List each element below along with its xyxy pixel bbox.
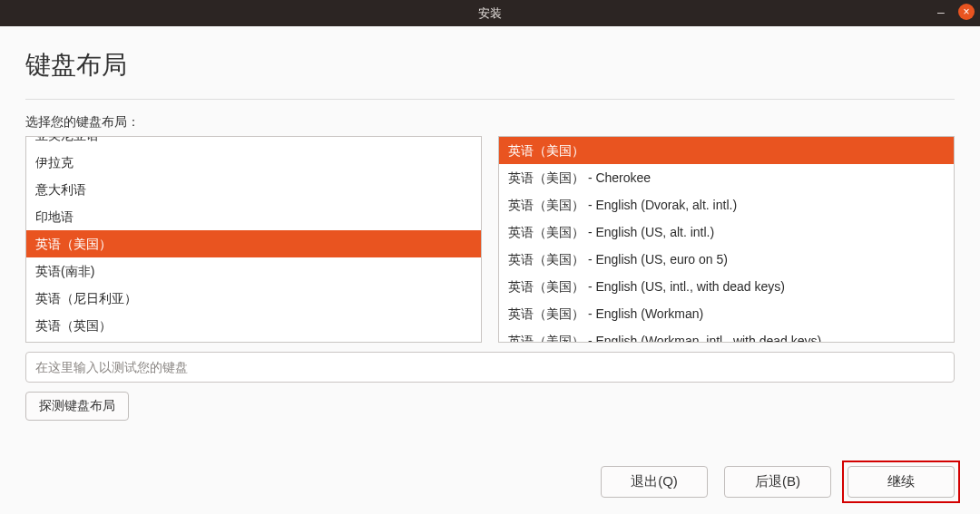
continue-button[interactable]: 继续	[848, 466, 955, 498]
list-item[interactable]: 英语（尼日利亚）	[26, 285, 481, 312]
quit-button[interactable]: 退出(Q)	[601, 466, 708, 498]
titlebar: 安装 – ×	[0, 0, 980, 26]
close-icon[interactable]: ×	[958, 4, 975, 20]
window-controls: – ×	[933, 4, 975, 20]
list-item[interactable]: 英语（美国） - Cherokee	[499, 164, 954, 191]
back-button[interactable]: 后退(B)	[724, 466, 831, 498]
variant-list[interactable]: 英语（美国）英语（美国） - Cherokee英语（美国） - English …	[498, 136, 955, 343]
footer-buttons: 退出(Q) 后退(B) 继续	[601, 466, 955, 498]
list-item[interactable]: 英语（美国） - English (US, euro on 5)	[499, 246, 954, 273]
list-item[interactable]: 伊拉克	[26, 149, 481, 176]
minimize-icon[interactable]: –	[933, 4, 949, 20]
detect-layout-button[interactable]: 探测键盘布局	[25, 392, 129, 421]
list-item[interactable]: 英语（美国）	[26, 230, 481, 257]
list-item[interactable]: 英语（美国） - English (Dvorak, alt. intl.)	[499, 191, 954, 218]
list-item[interactable]: 英语（美国） - English (Workman)	[499, 300, 954, 327]
list-item[interactable]: 越南语	[26, 339, 481, 343]
list-item[interactable]: 意大利语	[26, 176, 481, 203]
list-item[interactable]: 英语(南非)	[26, 257, 481, 285]
list-item[interactable]: 印地语	[26, 203, 481, 230]
list-item[interactable]: 英语（美国） - English (US, alt. intl.)	[499, 218, 954, 246]
lists-container: 亚美尼亚语伊拉克意大利语印地语英语（美国）英语(南非)英语（尼日利亚）英语（英国…	[25, 136, 955, 343]
list-item[interactable]: 英语（美国） - English (Workman, intl., with d…	[499, 327, 954, 343]
list-item[interactable]: 英语（美国）	[499, 137, 954, 164]
layout-list[interactable]: 亚美尼亚语伊拉克意大利语印地语英语（美国）英语(南非)英语（尼日利亚）英语（英国…	[25, 136, 482, 343]
content-area: 键盘布局 选择您的键盘布局： 亚美尼亚语伊拉克意大利语印地语英语（美国）英语(南…	[0, 26, 980, 421]
list-item[interactable]: 英语（美国） - English (US, intl., with dead k…	[499, 273, 954, 300]
page-title: 键盘布局	[25, 48, 955, 82]
layout-prompt: 选择您的键盘布局：	[25, 114, 955, 131]
keyboard-test-input[interactable]	[25, 352, 955, 383]
window-title: 安装	[478, 5, 502, 22]
list-item[interactable]: 亚美尼亚语	[26, 136, 481, 149]
divider	[25, 99, 955, 100]
list-item[interactable]: 英语（英国）	[26, 312, 481, 339]
